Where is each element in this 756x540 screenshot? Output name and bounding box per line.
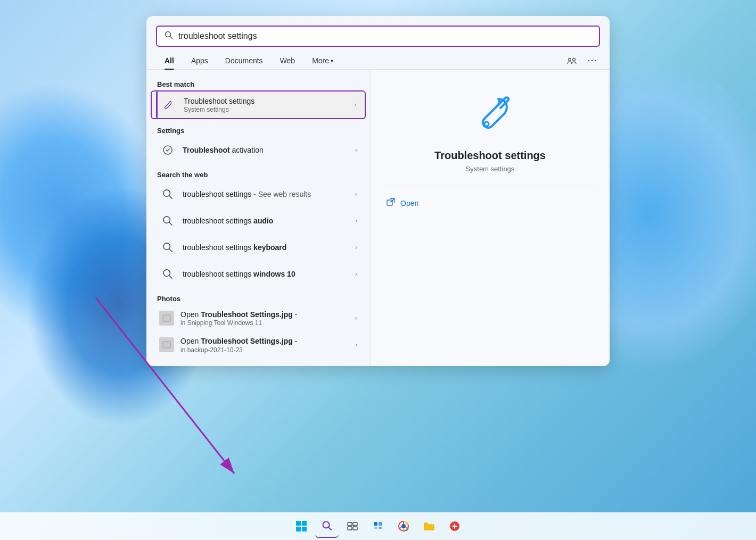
- tab-apps[interactable]: Apps: [183, 52, 217, 69]
- more-options-button[interactable]: [584, 53, 600, 69]
- svg-point-21: [484, 122, 489, 126]
- detail-divider: [387, 186, 594, 186]
- svg-point-15: [163, 270, 170, 277]
- photo-thumb-2: [159, 337, 174, 352]
- svg-point-6: [595, 60, 596, 62]
- tab-web[interactable]: Web: [272, 52, 304, 69]
- circle-check-icon: [159, 142, 176, 159]
- taskbar: [0, 512, 756, 540]
- taskbar-widgets[interactable]: [366, 514, 390, 538]
- taskbar-app[interactable]: [443, 514, 466, 538]
- web-result-3-title: troubleshoot settings keyboard: [183, 243, 351, 252]
- accent-bar: [156, 92, 158, 118]
- search-web-icon-1: [159, 186, 176, 203]
- tabs-right: [564, 53, 600, 69]
- detail-open-button[interactable]: Open: [387, 196, 418, 210]
- taskbar-taskview[interactable]: [341, 514, 364, 538]
- tab-more[interactable]: More ▾: [303, 52, 342, 69]
- search-web-icon-2: [159, 212, 176, 229]
- svg-rect-22: [387, 200, 392, 205]
- photo-result-2-title: Open Troubleshoot Settings.jpg -: [180, 336, 351, 346]
- search-web-icon-4: [159, 265, 176, 283]
- svg-line-16: [169, 276, 172, 278]
- svg-rect-20: [163, 342, 170, 347]
- photo-result-1-subtitle: in Snipping Tool Windows 11: [180, 319, 351, 327]
- chevron-right-icon-4: ›: [355, 217, 357, 225]
- taskbar-start[interactable]: [290, 514, 313, 538]
- web-result-3[interactable]: troubleshoot settings keyboard ›: [149, 234, 368, 261]
- search-web-icon-3: [159, 239, 176, 256]
- best-match-text: Troubleshoot settings System settings: [184, 96, 350, 113]
- best-match-subtitle: System settings: [184, 106, 350, 113]
- svg-rect-28: [296, 527, 301, 531]
- svg-rect-35: [353, 527, 357, 530]
- svg-point-3: [573, 59, 576, 61]
- chevron-right-icon-5: ›: [355, 244, 357, 251]
- web-result-4-title: troubleshoot settings windows 10: [183, 269, 351, 279]
- svg-point-9: [163, 190, 170, 197]
- troubleshoot-activation-title: Troubleshoot activation: [183, 145, 351, 155]
- web-result-4-text: troubleshoot settings windows 10: [183, 269, 351, 279]
- best-match-title: Troubleshoot settings: [184, 96, 350, 106]
- troubleshoot-activation-item[interactable]: Troubleshoot activation ›: [149, 137, 368, 163]
- svg-line-14: [169, 249, 172, 252]
- detail-icon: [466, 91, 514, 141]
- taskbar-search[interactable]: [315, 514, 339, 538]
- wrench-icon: [160, 96, 177, 113]
- web-result-2-title: troubleshoot settings audio: [183, 216, 351, 226]
- photo-result-1[interactable]: Open Troubleshoot Settings.jpg - in Snip…: [149, 305, 368, 331]
- taskbar-fileexplorer[interactable]: [417, 514, 441, 538]
- svg-point-11: [163, 217, 170, 223]
- photo-result-2[interactable]: Open Troubleshoot Settings.jpg - in back…: [149, 331, 368, 358]
- svg-rect-26: [296, 521, 301, 526]
- results-panel: Best match Troubleshoot settings System …: [146, 70, 370, 366]
- search-box[interactable]: troubleshoot settings: [156, 26, 600, 47]
- chevron-right-icon-6: ›: [355, 270, 357, 278]
- svg-rect-36: [374, 522, 377, 526]
- settings-label: Settings: [146, 123, 370, 137]
- taskbar-chrome[interactable]: [392, 514, 415, 538]
- troubleshoot-activation-text: Troubleshoot activation: [183, 145, 351, 155]
- svg-line-10: [169, 196, 172, 198]
- detail-panel: Troubleshoot settings System settings Op…: [370, 70, 610, 366]
- svg-point-13: [163, 243, 170, 250]
- svg-rect-37: [379, 522, 382, 526]
- web-result-2-text: troubleshoot settings audio: [183, 216, 351, 226]
- web-result-3-text: troubleshoot settings keyboard: [183, 243, 351, 252]
- web-result-1-text: troubleshoot settings - See web results: [183, 189, 351, 199]
- photo-result-2-text: Open Troubleshoot Settings.jpg - in back…: [180, 336, 351, 353]
- svg-line-12: [169, 222, 172, 225]
- web-result-2[interactable]: troubleshoot settings audio ›: [149, 207, 368, 234]
- person-network-button[interactable]: [564, 53, 580, 69]
- chevron-down-icon: ▾: [331, 58, 333, 64]
- search-input[interactable]: troubleshoot settings: [178, 31, 591, 41]
- detail-title: Troubleshoot settings: [434, 149, 546, 162]
- detail-subtitle: System settings: [466, 165, 515, 173]
- svg-line-1: [170, 37, 172, 39]
- svg-rect-27: [302, 521, 307, 526]
- chevron-right-icon-2: ›: [355, 146, 357, 154]
- svg-point-5: [591, 60, 593, 62]
- svg-line-31: [328, 527, 331, 530]
- web-search-label: Search the web: [146, 168, 370, 181]
- svg-point-4: [588, 60, 590, 62]
- svg-point-41: [401, 524, 406, 528]
- svg-rect-39: [379, 527, 382, 529]
- chevron-right-icon-7: ›: [355, 314, 357, 322]
- svg-rect-38: [374, 527, 377, 529]
- svg-point-2: [569, 59, 571, 61]
- photo-result-2-subtitle: in backup-2021-10-23: [180, 346, 351, 354]
- svg-rect-33: [353, 522, 357, 526]
- chevron-right-icon-8: ›: [355, 341, 357, 348]
- main-content: Best match Troubleshoot settings System …: [146, 70, 610, 366]
- web-result-4[interactable]: troubleshoot settings windows 10 ›: [149, 261, 368, 287]
- best-match-item[interactable]: Troubleshoot settings System settings ›: [151, 90, 366, 119]
- tabs-left: All Apps Documents Web More ▾: [156, 52, 342, 69]
- web-result-1-title: troubleshoot settings - See web results: [183, 189, 351, 199]
- external-link-icon: [387, 198, 395, 208]
- tab-all[interactable]: All: [156, 52, 183, 69]
- svg-rect-32: [348, 522, 352, 526]
- tab-documents[interactable]: Documents: [217, 52, 272, 69]
- web-result-1[interactable]: troubleshoot settings - See web results …: [149, 181, 368, 207]
- search-icon: [165, 31, 173, 41]
